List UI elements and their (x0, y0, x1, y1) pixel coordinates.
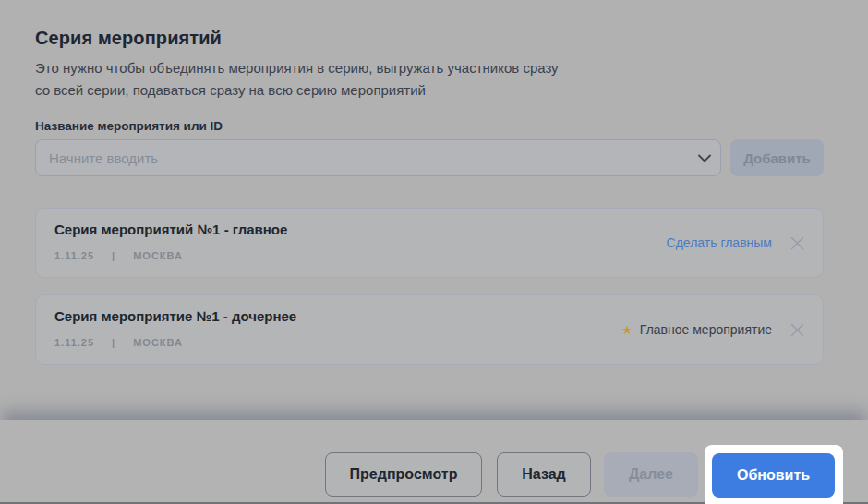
meta-divider: | (112, 337, 115, 348)
series-item-date: 1.11.25 (54, 250, 94, 261)
main-event-badge-label: Главное мероприятие (640, 322, 772, 337)
page-title: Серия мероприятий (35, 28, 222, 49)
event-search-input[interactable] (36, 140, 689, 175)
back-button[interactable]: Назад (497, 452, 591, 497)
main-event-badge: ★ Главное мероприятие (621, 322, 772, 337)
star-icon: ★ (621, 324, 633, 336)
meta-divider: | (112, 250, 115, 261)
update-button[interactable]: Обновить (712, 453, 835, 498)
page-description: Это нужно чтобы объединять мероприятия в… (35, 57, 559, 102)
series-item-actions: ★ Главное мероприятие (621, 295, 804, 364)
series-item-actions: Сделать главным (667, 209, 804, 277)
series-item-meta: 1.11.25 | МОСКВА (54, 337, 183, 348)
series-item-main: Серия мероприятий №1 - главное 1.11.25 |… (35, 208, 824, 278)
next-button[interactable]: Далее (604, 452, 698, 497)
series-item-title: Серия мероприятий №1 - главное (54, 222, 287, 237)
event-name-label: Название мероприятия или ID (35, 119, 223, 133)
close-icon[interactable] (790, 236, 804, 250)
series-item-title: Серия мероприятие №1 - дочернее (54, 308, 296, 324)
page-description-line2: со всей серии, подаваться сразу на всю с… (35, 79, 559, 102)
series-item-meta: 1.11.25 | МОСКВА (54, 250, 183, 261)
preview-button[interactable]: Предпросмотр (325, 452, 482, 497)
add-button[interactable]: Добавить (730, 139, 824, 176)
page-description-line1: Это нужно чтобы объединять мероприятия в… (35, 57, 559, 79)
chevron-down-icon[interactable] (689, 140, 720, 175)
event-search-select[interactable] (35, 139, 721, 176)
series-item-date: 1.11.25 (54, 337, 94, 348)
series-item-city: МОСКВА (133, 337, 183, 348)
close-icon[interactable] (790, 323, 804, 337)
make-main-link[interactable]: Сделать главным (667, 235, 772, 250)
event-series-form: Серия мероприятий Это нужно чтобы объеди… (0, 0, 868, 504)
update-button-highlight: Обновить (705, 445, 843, 504)
series-item-city: МОСКВА (133, 250, 183, 261)
series-item-child: Серия мероприятие №1 - дочернее 1.11.25 … (35, 294, 824, 365)
